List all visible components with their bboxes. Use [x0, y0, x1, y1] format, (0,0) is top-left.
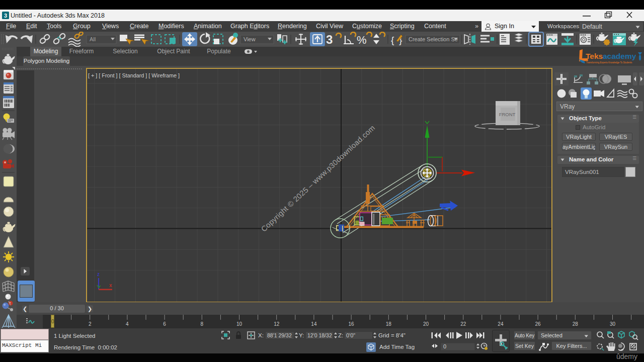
svg-text:Create Selection Se: Create Selection Se	[409, 36, 458, 42]
svg-text:4: 4	[126, 321, 129, 327]
svg-text:View: View	[244, 36, 256, 42]
svg-text:16: 16	[349, 321, 355, 327]
svg-text:6: 6	[163, 321, 166, 327]
svg-text:3: 3	[4, 13, 7, 19]
svg-text:10: 10	[236, 321, 243, 327]
svg-text:All: All	[90, 36, 96, 42]
svg-text:z: z	[97, 272, 100, 277]
svg-text:28: 28	[573, 321, 579, 327]
svg-text:22: 22	[460, 321, 466, 327]
svg-text:FRONT: FRONT	[499, 112, 516, 117]
svg-text:3: 3	[326, 33, 333, 46]
svg-text:Transforming Experts Knowledge: Transforming Experts Knowledge To Studen…	[586, 61, 632, 64]
svg-text:26: 26	[535, 321, 541, 327]
svg-text:24: 24	[498, 321, 504, 327]
svg-text:8: 8	[201, 321, 204, 327]
svg-text:%: %	[357, 34, 367, 46]
svg-text:20: 20	[423, 321, 429, 327]
svg-text:x: x	[109, 283, 112, 288]
svg-text:18: 18	[386, 321, 392, 327]
svg-text:14: 14	[311, 321, 317, 327]
svg-text:{: {	[391, 35, 394, 45]
svg-text:30: 30	[610, 321, 616, 327]
svg-text:2: 2	[89, 321, 92, 327]
svg-text:Teks: Teks	[586, 52, 603, 60]
svg-text:12: 12	[274, 321, 280, 327]
svg-text:academy: academy	[603, 52, 636, 60]
svg-text:0: 0	[443, 343, 446, 349]
